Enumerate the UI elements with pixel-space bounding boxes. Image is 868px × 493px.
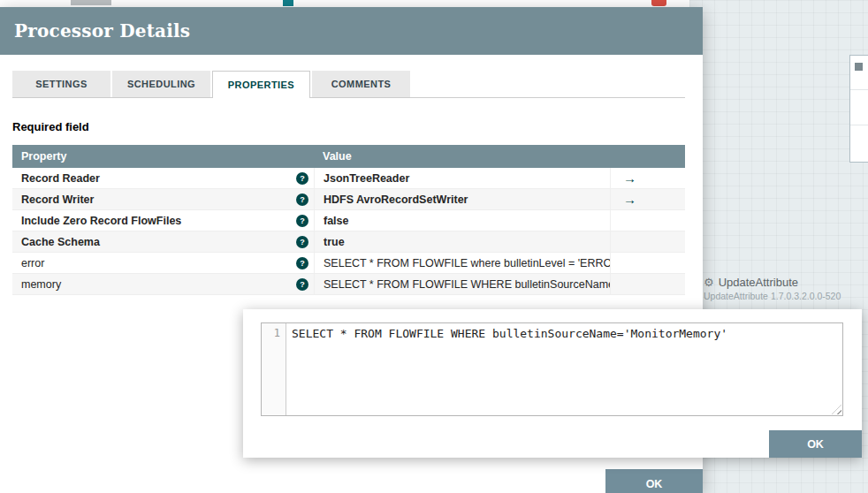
table-row[interactable]: Cache Schema ? true bbox=[12, 231, 685, 253]
value-editor-popup: 1 SELECT * FROM FLOWFILE WHERE bulletinS… bbox=[243, 309, 862, 458]
table-row[interactable]: Record Writer ? HDFS AvroRecordSetWriter… bbox=[12, 189, 685, 210]
processor-mini-icon bbox=[855, 63, 863, 71]
canvas-processor-partial[interactable] bbox=[849, 55, 868, 163]
property-value[interactable]: HDFS AvroRecordSetWriter bbox=[314, 189, 610, 209]
ghost-processor-label[interactable]: ⚙ UpdateAttribute UpdateAttribute 1.7.0.… bbox=[704, 276, 868, 301]
property-name: Record Writer bbox=[21, 193, 94, 206]
properties-table: Property Value Record Reader ? JsonTreeR… bbox=[12, 145, 685, 295]
code-editor: 1 SELECT * FROM FLOWFILE WHERE bulletinS… bbox=[261, 322, 843, 416]
processor-icon: ⚙ bbox=[704, 276, 714, 289]
property-name: Include Zero Record FlowFiles bbox=[21, 215, 181, 227]
app-stage: ⚙ UpdateAttribute UpdateAttribute 1.7.0.… bbox=[0, 0, 868, 493]
dialog-title: Processor Details bbox=[0, 7, 703, 55]
help-icon[interactable]: ? bbox=[296, 193, 308, 206]
table-row[interactable]: memory ? SELECT * FROM FLOWFILE WHERE bu… bbox=[12, 274, 685, 295]
processor-type-version: UpdateAttribute 1.7.0.3.2.0.0-520 bbox=[704, 291, 868, 301]
tab-comments[interactable]: COMMENTS bbox=[312, 71, 410, 97]
table-row[interactable]: error ? SELECT * FROM FLOWFILE where bul… bbox=[12, 253, 685, 274]
tab-properties[interactable]: PROPERTIES bbox=[212, 71, 310, 98]
property-value[interactable]: SELECT * FROM FLOWFILE WHERE bulletinSou… bbox=[314, 274, 610, 294]
column-header-value: Value bbox=[314, 150, 610, 163]
divider bbox=[850, 125, 868, 125]
help-icon[interactable]: ? bbox=[296, 257, 308, 269]
background-fragment bbox=[283, 0, 293, 6]
properties-table-header: Property Value bbox=[12, 145, 685, 168]
property-value[interactable]: true bbox=[314, 231, 610, 252]
property-value[interactable]: JsonTreeReader bbox=[314, 168, 610, 188]
bulletin-badge-fragment bbox=[651, 0, 666, 6]
line-number-gutter: 1 bbox=[262, 323, 286, 415]
editor-ok-button[interactable]: OK bbox=[769, 430, 862, 458]
line-number: 1 bbox=[274, 327, 280, 339]
help-icon[interactable]: ? bbox=[296, 278, 308, 291]
goto-icon[interactable]: → bbox=[623, 171, 636, 186]
code-content[interactable]: SELECT * FROM FLOWFILE WHERE bulletinSou… bbox=[286, 323, 842, 415]
column-header-property: Property bbox=[12, 150, 314, 163]
tab-bar: SETTINGS SCHEDULING PROPERTIES COMMENTS bbox=[12, 71, 685, 98]
property-name: Record Reader bbox=[21, 172, 100, 185]
property-name: Cache Schema bbox=[21, 236, 100, 248]
dialog-ok-button[interactable]: OK bbox=[605, 469, 703, 493]
divider bbox=[850, 89, 868, 90]
property-value[interactable]: false bbox=[314, 210, 610, 231]
tab-settings[interactable]: SETTINGS bbox=[12, 71, 110, 97]
property-name: error bbox=[21, 257, 44, 269]
property-value[interactable]: SELECT * FROM FLOWFILE where bulletinLev… bbox=[314, 253, 610, 273]
processor-name: UpdateAttribute bbox=[719, 276, 798, 289]
help-icon[interactable]: ? bbox=[296, 236, 308, 248]
table-row[interactable]: Include Zero Record FlowFiles ? false bbox=[12, 210, 685, 231]
help-icon[interactable]: ? bbox=[296, 215, 308, 227]
tab-scheduling[interactable]: SCHEDULING bbox=[112, 71, 210, 97]
help-icon[interactable]: ? bbox=[296, 172, 308, 185]
background-fragment bbox=[71, 0, 111, 5]
required-field-label: Required field bbox=[12, 120, 89, 133]
table-row[interactable]: Record Reader ? JsonTreeReader → bbox=[12, 168, 685, 189]
goto-icon[interactable]: → bbox=[623, 192, 636, 207]
properties-table-body: Record Reader ? JsonTreeReader → Record … bbox=[12, 168, 685, 295]
property-name: memory bbox=[21, 278, 61, 291]
